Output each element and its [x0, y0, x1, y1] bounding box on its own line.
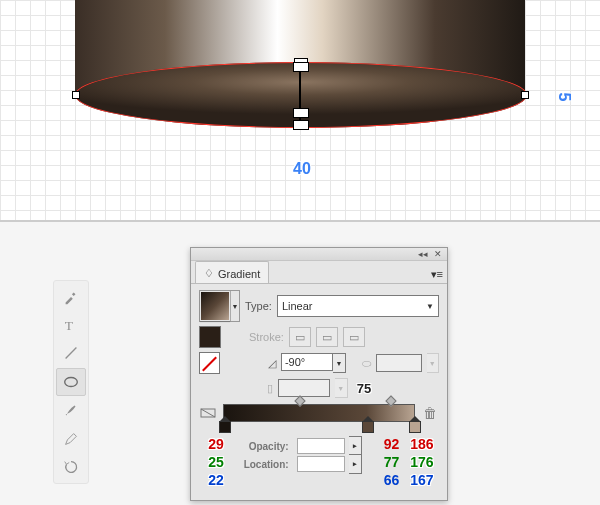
gradient-fill-swatch[interactable] — [200, 291, 230, 321]
opacity-dropdown[interactable]: ▸ — [349, 436, 362, 456]
line-icon — [62, 344, 80, 362]
rgb-mid-r: 92 — [369, 436, 399, 456]
midpoint-annotation: 75 — [357, 381, 371, 396]
rgb-left-b: 22 — [201, 472, 231, 492]
midpoint-input-disabled — [278, 379, 330, 397]
gradient-preview-icon — [201, 292, 229, 320]
page-root: 40 5 T ◂◂ ✕ — [0, 0, 600, 505]
stroke-within-button[interactable]: ▭ — [289, 327, 311, 347]
midpoint-dropdown: ▼ — [335, 378, 348, 398]
gradient-annotator[interactable] — [296, 62, 304, 128]
svg-point-2 — [65, 378, 78, 387]
stroke-across-button[interactable]: ▭ — [343, 327, 365, 347]
gradient-type-value: Linear — [282, 300, 313, 312]
eyedropper-icon — [62, 288, 80, 306]
trash-icon: 🗑 — [423, 405, 437, 421]
gradient-annotator-end[interactable] — [293, 120, 309, 130]
gradient-stop-mid[interactable] — [362, 421, 372, 431]
rgb-right-b: 167 — [407, 472, 437, 492]
brush-icon — [62, 402, 80, 420]
pencil-icon — [62, 430, 80, 448]
rotate-tool[interactable] — [57, 454, 85, 480]
svg-text:T: T — [65, 318, 74, 333]
svg-line-1 — [66, 348, 77, 359]
gradient-annotator-stop[interactable] — [293, 62, 309, 72]
aspect-ratio-input — [376, 354, 422, 372]
reverse-gradient-button[interactable] — [199, 404, 217, 422]
stroke-label: Stroke: — [249, 331, 284, 343]
angle-input[interactable]: -90° — [281, 353, 333, 371]
tab-gradient-label: Gradient — [218, 268, 260, 280]
panel-body: ▼ Type: Linear ▼ Stroke: ▭ ▭ ▭ — [191, 284, 447, 500]
type-icon: T — [62, 316, 80, 334]
dimension-width-label: 40 — [293, 160, 311, 178]
tool-palette: T — [53, 280, 89, 484]
reverse-gradient-icon — [200, 406, 216, 420]
ellipse-icon — [62, 373, 80, 391]
opacity-label: Opacity: — [239, 441, 289, 452]
angle-icon: ◿ — [268, 357, 276, 370]
paintbrush-tool[interactable] — [57, 398, 85, 424]
chevron-down-icon: ▼ — [426, 302, 434, 311]
rotate-icon — [62, 458, 80, 476]
dimension-height-label: 5 — [555, 93, 573, 102]
eyedropper-tool[interactable] — [57, 284, 85, 310]
ellipse-tool[interactable] — [56, 368, 86, 396]
type-label: Type: — [245, 300, 272, 312]
gradient-type-select[interactable]: Linear ▼ — [277, 295, 439, 317]
artboard-canvas[interactable]: 40 5 — [0, 0, 600, 222]
no-fill-swatch[interactable] — [199, 352, 220, 374]
location-input[interactable] — [297, 456, 345, 472]
anchor-point-right[interactable] — [521, 91, 529, 99]
location-dropdown[interactable]: ▸ — [349, 454, 362, 474]
aspect-ratio-icon: ⬭ — [362, 357, 371, 370]
rgb-left-r: 29 — [201, 436, 231, 456]
aspect-dropdown: ▼ — [427, 353, 439, 373]
gradient-annotator-stop[interactable] — [293, 108, 309, 118]
panel-tabs: ♢ Gradient ▾≡ — [191, 261, 447, 284]
location-label: Location: — [239, 459, 289, 470]
gradient-stop-right[interactable] — [409, 421, 419, 431]
tab-gradient-icon: ♢ — [204, 267, 214, 280]
panel-header[interactable]: ◂◂ ✕ — [191, 248, 447, 261]
type-tool[interactable]: T — [57, 312, 85, 338]
panel-close-icon[interactable]: ✕ — [432, 249, 444, 259]
rgb-right-g: 176 — [407, 454, 437, 474]
stroke-along-button[interactable]: ▭ — [316, 327, 338, 347]
panel-collapse-icon[interactable]: ◂◂ — [417, 249, 429, 259]
rgb-right-r: 186 — [407, 436, 437, 456]
rgb-left-g: 25 — [201, 454, 231, 474]
panel-menu-icon[interactable]: ▾≡ — [431, 268, 443, 281]
angle-dropdown[interactable]: ▼ — [333, 353, 346, 373]
gradient-panel: ◂◂ ✕ ♢ Gradient ▾≡ ▼ Type: — [190, 247, 448, 501]
delete-stop-button[interactable]: 🗑 — [421, 404, 439, 422]
opacity-input[interactable] — [297, 438, 345, 454]
rgb-mid-b: 66 — [369, 472, 399, 492]
rgb-annotations: 29 Opacity: ▸ 92 186 25 Location: ▸ — [199, 436, 439, 492]
rgb-mid-g: 77 — [369, 454, 399, 474]
gradient-stop-left[interactable] — [219, 421, 229, 431]
pencil-tool[interactable] — [57, 426, 85, 452]
gradient-ramp[interactable] — [223, 404, 415, 422]
gradient-swatch-dropdown[interactable]: ▼ — [230, 291, 239, 321]
line-segment-tool[interactable] — [57, 340, 85, 366]
stroke-color-swatch[interactable] — [199, 326, 221, 348]
anchor-point-left[interactable] — [72, 91, 80, 99]
tab-gradient[interactable]: ♢ Gradient — [195, 261, 269, 283]
link-icon: ▯ — [267, 382, 273, 395]
angle-value: -90° — [285, 356, 305, 368]
